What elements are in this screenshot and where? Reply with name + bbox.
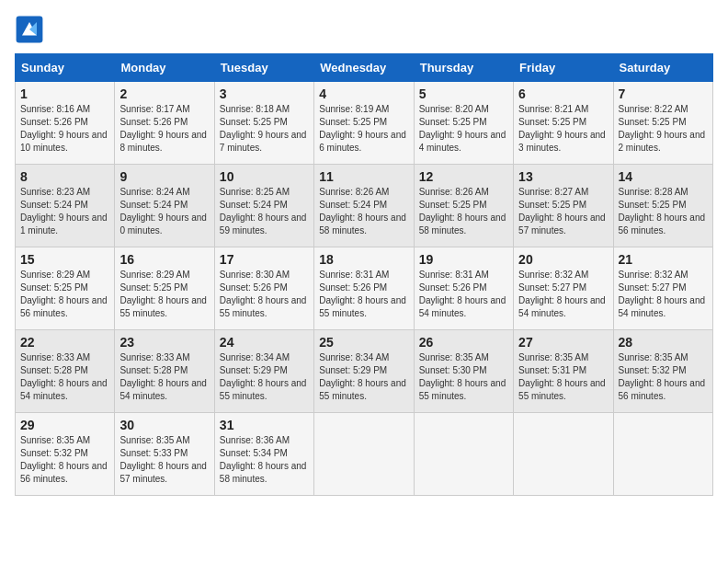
day-info: Sunrise: 8:22 AMSunset: 5:25 PMDaylight:… <box>619 103 708 155</box>
day-number: 21 <box>619 252 708 267</box>
day-header-friday: Friday <box>514 54 613 82</box>
day-info: Sunrise: 8:36 AMSunset: 5:34 PMDaylight:… <box>220 434 309 486</box>
calendar-body: 1Sunrise: 8:16 AMSunset: 5:26 PMDaylight… <box>16 82 713 496</box>
calendar-cell: 21Sunrise: 8:32 AMSunset: 5:27 PMDayligh… <box>613 247 712 330</box>
calendar-cell: 25Sunrise: 8:34 AMSunset: 5:29 PMDayligh… <box>314 330 414 413</box>
day-header-tuesday: Tuesday <box>214 54 313 82</box>
calendar-cell <box>514 413 613 496</box>
calendar-cell: 7Sunrise: 8:22 AMSunset: 5:25 PMDaylight… <box>613 82 712 165</box>
header <box>15 15 713 44</box>
calendar-cell: 15Sunrise: 8:29 AMSunset: 5:25 PMDayligh… <box>16 247 115 330</box>
calendar-cell: 1Sunrise: 8:16 AMSunset: 5:26 PMDaylight… <box>16 82 115 165</box>
calendar-cell: 3Sunrise: 8:18 AMSunset: 5:25 PMDaylight… <box>214 82 313 165</box>
day-number: 5 <box>419 86 508 101</box>
calendar-table: SundayMondayTuesdayWednesdayThursdayFrid… <box>15 53 713 496</box>
calendar-week-5: 29Sunrise: 8:35 AMSunset: 5:32 PMDayligh… <box>16 413 713 496</box>
calendar-cell: 2Sunrise: 8:17 AMSunset: 5:26 PMDaylight… <box>115 82 214 165</box>
day-number: 3 <box>220 86 309 101</box>
calendar-cell: 12Sunrise: 8:26 AMSunset: 5:25 PMDayligh… <box>414 165 513 247</box>
day-number: 13 <box>518 169 608 184</box>
day-info: Sunrise: 8:32 AMSunset: 5:27 PMDaylight:… <box>518 269 608 320</box>
day-number: 16 <box>119 252 209 267</box>
calendar-cell: 10Sunrise: 8:25 AMSunset: 5:24 PMDayligh… <box>214 165 313 247</box>
day-number: 9 <box>119 169 209 184</box>
day-info: Sunrise: 8:26 AMSunset: 5:25 PMDaylight:… <box>419 186 508 237</box>
day-info: Sunrise: 8:31 AMSunset: 5:26 PMDaylight:… <box>419 269 508 320</box>
day-info: Sunrise: 8:25 AMSunset: 5:24 PMDaylight:… <box>220 186 309 237</box>
day-number: 31 <box>220 418 309 432</box>
day-number: 22 <box>20 335 109 350</box>
day-info: Sunrise: 8:23 AMSunset: 5:24 PMDaylight:… <box>20 186 109 237</box>
day-number: 10 <box>220 169 309 184</box>
calendar-cell: 18Sunrise: 8:31 AMSunset: 5:26 PMDayligh… <box>314 247 414 330</box>
calendar-cell: 23Sunrise: 8:33 AMSunset: 5:28 PMDayligh… <box>115 330 214 413</box>
day-info: Sunrise: 8:32 AMSunset: 5:27 PMDaylight:… <box>619 269 708 320</box>
day-number: 23 <box>119 335 209 350</box>
day-number: 24 <box>220 335 309 350</box>
day-number: 4 <box>319 86 408 101</box>
calendar-cell: 4Sunrise: 8:19 AMSunset: 5:25 PMDaylight… <box>314 82 414 165</box>
day-number: 2 <box>119 86 209 101</box>
day-info: Sunrise: 8:31 AMSunset: 5:26 PMDaylight:… <box>319 269 408 320</box>
day-number: 7 <box>619 86 708 101</box>
day-info: Sunrise: 8:29 AMSunset: 5:25 PMDaylight:… <box>119 269 209 320</box>
calendar-cell: 26Sunrise: 8:35 AMSunset: 5:30 PMDayligh… <box>414 330 513 413</box>
day-info: Sunrise: 8:35 AMSunset: 5:31 PMDaylight:… <box>518 351 608 403</box>
day-info: Sunrise: 8:35 AMSunset: 5:32 PMDaylight:… <box>619 351 708 403</box>
day-number: 26 <box>419 335 508 350</box>
day-info: Sunrise: 8:30 AMSunset: 5:26 PMDaylight:… <box>220 269 309 320</box>
logo-icon <box>15 15 44 44</box>
calendar-cell: 29Sunrise: 8:35 AMSunset: 5:32 PMDayligh… <box>16 413 115 496</box>
day-info: Sunrise: 8:35 AMSunset: 5:32 PMDaylight:… <box>20 434 109 486</box>
day-header-saturday: Saturday <box>613 54 712 82</box>
day-info: Sunrise: 8:17 AMSunset: 5:26 PMDaylight:… <box>119 103 209 155</box>
calendar-cell: 28Sunrise: 8:35 AMSunset: 5:32 PMDayligh… <box>613 330 712 413</box>
calendar-cell: 31Sunrise: 8:36 AMSunset: 5:34 PMDayligh… <box>214 413 313 496</box>
calendar-cell: 19Sunrise: 8:31 AMSunset: 5:26 PMDayligh… <box>414 247 513 330</box>
day-info: Sunrise: 8:21 AMSunset: 5:25 PMDaylight:… <box>518 103 608 155</box>
calendar-cell: 24Sunrise: 8:34 AMSunset: 5:29 PMDayligh… <box>214 330 313 413</box>
day-info: Sunrise: 8:28 AMSunset: 5:25 PMDaylight:… <box>619 186 708 237</box>
calendar-week-4: 22Sunrise: 8:33 AMSunset: 5:28 PMDayligh… <box>16 330 713 413</box>
day-info: Sunrise: 8:26 AMSunset: 5:24 PMDaylight:… <box>319 186 408 237</box>
logo <box>15 15 48 44</box>
day-info: Sunrise: 8:20 AMSunset: 5:25 PMDaylight:… <box>419 103 508 155</box>
calendar-cell: 5Sunrise: 8:20 AMSunset: 5:25 PMDaylight… <box>414 82 513 165</box>
day-number: 15 <box>20 252 109 267</box>
day-info: Sunrise: 8:33 AMSunset: 5:28 PMDaylight:… <box>20 351 109 403</box>
day-info: Sunrise: 8:18 AMSunset: 5:25 PMDaylight:… <box>220 103 309 155</box>
calendar-cell: 14Sunrise: 8:28 AMSunset: 5:25 PMDayligh… <box>613 165 712 247</box>
day-number: 20 <box>518 252 608 267</box>
calendar-cell: 13Sunrise: 8:27 AMSunset: 5:25 PMDayligh… <box>514 165 613 247</box>
day-header-sunday: Sunday <box>16 54 115 82</box>
day-number: 8 <box>20 169 109 184</box>
day-info: Sunrise: 8:34 AMSunset: 5:29 PMDaylight:… <box>220 351 309 403</box>
day-number: 18 <box>319 252 408 267</box>
day-number: 25 <box>319 335 408 350</box>
calendar-cell: 17Sunrise: 8:30 AMSunset: 5:26 PMDayligh… <box>214 247 313 330</box>
day-number: 17 <box>220 252 309 267</box>
day-number: 6 <box>518 86 608 101</box>
day-info: Sunrise: 8:35 AMSunset: 5:30 PMDaylight:… <box>419 351 508 403</box>
calendar-cell: 9Sunrise: 8:24 AMSunset: 5:24 PMDaylight… <box>115 165 214 247</box>
calendar-cell <box>314 413 414 496</box>
day-number: 14 <box>619 169 708 184</box>
day-number: 30 <box>119 418 209 432</box>
calendar-cell: 30Sunrise: 8:35 AMSunset: 5:33 PMDayligh… <box>115 413 214 496</box>
day-number: 19 <box>419 252 508 267</box>
day-info: Sunrise: 8:16 AMSunset: 5:26 PMDaylight:… <box>20 103 109 155</box>
calendar-cell <box>414 413 513 496</box>
calendar-week-2: 8Sunrise: 8:23 AMSunset: 5:24 PMDaylight… <box>16 165 713 247</box>
day-number: 28 <box>619 335 708 350</box>
day-number: 29 <box>20 418 109 432</box>
calendar-cell: 6Sunrise: 8:21 AMSunset: 5:25 PMDaylight… <box>514 82 613 165</box>
calendar-header: SundayMondayTuesdayWednesdayThursdayFrid… <box>16 54 713 82</box>
day-info: Sunrise: 8:24 AMSunset: 5:24 PMDaylight:… <box>119 186 209 237</box>
day-info: Sunrise: 8:34 AMSunset: 5:29 PMDaylight:… <box>319 351 408 403</box>
day-info: Sunrise: 8:29 AMSunset: 5:25 PMDaylight:… <box>20 269 109 320</box>
day-info: Sunrise: 8:27 AMSunset: 5:25 PMDaylight:… <box>518 186 608 237</box>
calendar-cell: 8Sunrise: 8:23 AMSunset: 5:24 PMDaylight… <box>16 165 115 247</box>
calendar-cell: 11Sunrise: 8:26 AMSunset: 5:24 PMDayligh… <box>314 165 414 247</box>
calendar-cell: 20Sunrise: 8:32 AMSunset: 5:27 PMDayligh… <box>514 247 613 330</box>
calendar-cell: 16Sunrise: 8:29 AMSunset: 5:25 PMDayligh… <box>115 247 214 330</box>
